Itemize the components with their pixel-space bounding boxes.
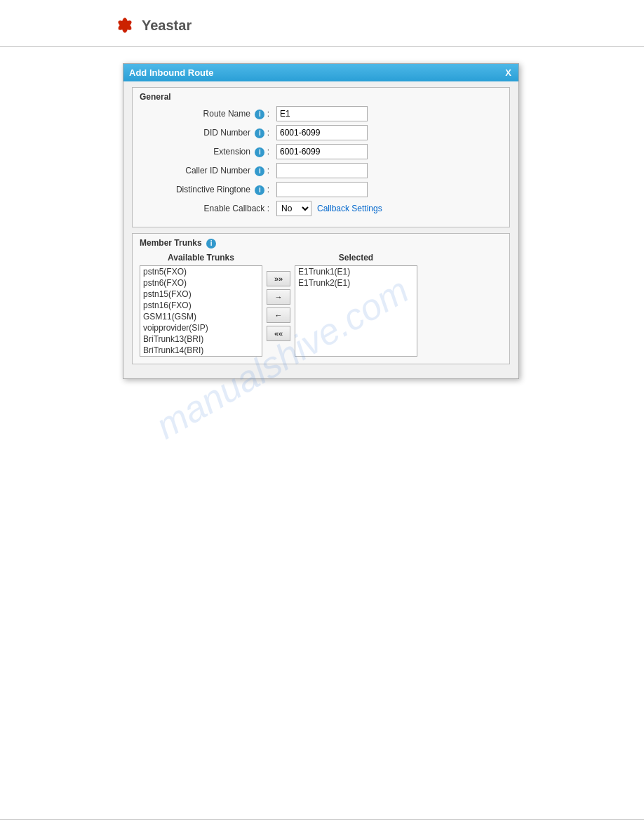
route-name-row: Route Name i : bbox=[140, 106, 502, 121]
general-legend: General bbox=[140, 92, 502, 102]
extension-input[interactable] bbox=[276, 144, 368, 159]
selected-trunks-container: Selected E1Trunk1(E1) E1Trunk2(E1) bbox=[295, 253, 417, 357]
general-section: General Route Name i : DID Number i : bbox=[132, 87, 510, 227]
selected-trunks-label: Selected bbox=[339, 253, 373, 263]
list-item[interactable]: E1Trunk1(E1) bbox=[295, 266, 417, 277]
list-item[interactable]: pstn5(FXO) bbox=[140, 266, 262, 277]
trunks-layout: Available Trunks pstn5(FXO) pstn6(FXO) p… bbox=[140, 253, 502, 357]
remove-button[interactable]: ← bbox=[267, 307, 290, 323]
member-trunks-info-icon[interactable]: i bbox=[206, 239, 216, 249]
list-item[interactable]: BriTrunk13(BRI) bbox=[140, 333, 262, 345]
enable-callback-label: Enable Callback : bbox=[140, 204, 276, 213]
member-trunks-section: Member Trunks i Available Trunks pstn5(F… bbox=[132, 233, 510, 364]
ringtone-input[interactable] bbox=[276, 182, 368, 197]
add-inbound-route-dialog: Add Inbound Route X General Route Name i… bbox=[123, 63, 519, 379]
extension-row: Extension i : bbox=[140, 144, 502, 159]
logo-text: Yeastar bbox=[142, 18, 192, 34]
caller-id-input[interactable] bbox=[276, 163, 368, 178]
dialog-titlebar: Add Inbound Route X bbox=[123, 64, 518, 81]
enable-callback-row: Enable Callback : No Yes Callback Settin… bbox=[140, 201, 502, 216]
member-trunks-legend: Member Trunks i bbox=[140, 238, 502, 249]
callback-settings-link[interactable]: Callback Settings bbox=[317, 204, 382, 213]
yeastar-logo-icon bbox=[112, 13, 137, 38]
available-trunks-container: Available Trunks pstn5(FXO) pstn6(FXO) p… bbox=[140, 253, 262, 357]
list-item[interactable]: pstn15(FXO) bbox=[140, 289, 262, 300]
list-item[interactable]: E1Trunk2(E1) bbox=[295, 277, 417, 289]
add-button[interactable]: → bbox=[267, 289, 290, 305]
list-item[interactable]: GSM11(GSM) bbox=[140, 311, 262, 322]
caller-id-row: Caller ID Number i : bbox=[140, 163, 502, 178]
dialog-title: Add Inbound Route bbox=[129, 67, 214, 78]
logo-area: Yeastar bbox=[0, 0, 644, 47]
extension-label: Extension i : bbox=[140, 147, 276, 157]
bottom-border bbox=[0, 819, 644, 820]
dialog-close-button[interactable]: X bbox=[504, 67, 513, 78]
logo-container: Yeastar bbox=[112, 13, 630, 38]
remove-all-button[interactable]: «« bbox=[267, 326, 290, 341]
ringtone-row: Distinctive Ringtone i : bbox=[140, 182, 502, 197]
dialog-body: General Route Name i : DID Number i : bbox=[123, 81, 518, 378]
list-item[interactable]: pstn16(FXO) bbox=[140, 300, 262, 311]
list-item[interactable]: voipprovider(SIP) bbox=[140, 322, 262, 333]
route-name-input[interactable] bbox=[276, 106, 368, 121]
available-trunks-listbox[interactable]: pstn5(FXO) pstn6(FXO) pstn15(FXO) pstn16… bbox=[140, 265, 262, 357]
did-number-label: DID Number i : bbox=[140, 128, 276, 138]
route-name-info-icon[interactable]: i bbox=[255, 110, 264, 119]
enable-callback-select[interactable]: No Yes bbox=[276, 201, 311, 216]
ringtone-info-icon[interactable]: i bbox=[255, 185, 264, 195]
add-all-button[interactable]: »» bbox=[267, 271, 290, 286]
transfer-buttons: »» → ← «« bbox=[267, 253, 290, 341]
extension-info-icon[interactable]: i bbox=[255, 147, 264, 157]
caller-id-info-icon[interactable]: i bbox=[255, 166, 264, 176]
available-trunks-label: Available Trunks bbox=[168, 253, 234, 263]
list-item[interactable]: pstn6(FXO) bbox=[140, 277, 262, 289]
did-number-input[interactable] bbox=[276, 125, 368, 140]
did-number-info-icon[interactable]: i bbox=[255, 128, 264, 138]
selected-trunks-listbox[interactable]: E1Trunk1(E1) E1Trunk2(E1) bbox=[295, 265, 417, 357]
ringtone-label: Distinctive Ringtone i : bbox=[140, 185, 276, 195]
did-number-row: DID Number i : bbox=[140, 125, 502, 140]
list-item[interactable]: BriTrunk14(BRI) bbox=[140, 345, 262, 356]
caller-id-label: Caller ID Number i : bbox=[140, 166, 276, 176]
route-name-label: Route Name i : bbox=[140, 109, 276, 119]
